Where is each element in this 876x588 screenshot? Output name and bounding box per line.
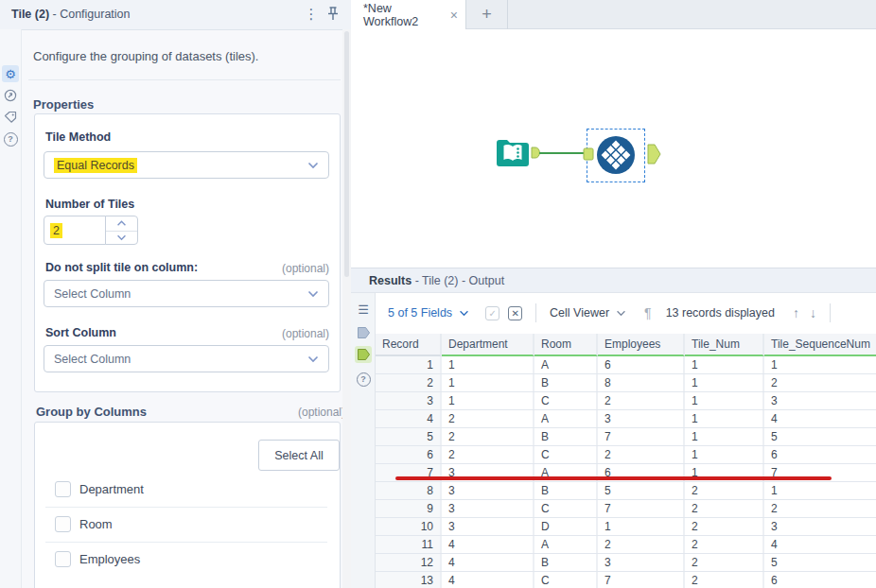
divider: [535, 303, 536, 322]
data-cell: 3: [598, 410, 685, 427]
whitespace-toggle-icon[interactable]: ¶: [644, 305, 652, 320]
data-cell: 5: [764, 554, 876, 571]
record-number-cell: 12: [376, 554, 442, 571]
navigation-icon[interactable]: [2, 87, 19, 104]
config-scrollbar-thumb[interactable]: [344, 31, 349, 277]
data-cell: 2: [442, 446, 534, 463]
data-cell: 2: [598, 392, 685, 409]
employees-checkbox[interactable]: [55, 551, 71, 567]
column-header-room[interactable]: Room: [534, 334, 598, 356]
table-row[interactable]: 83B521: [376, 482, 876, 500]
tile-method-select[interactable]: Equal Records: [44, 151, 329, 179]
sort-column-label: Sort Column: [45, 326, 116, 339]
cell-viewer-label: Cell Viewer: [550, 306, 609, 320]
input-anchor-icon[interactable]: [355, 324, 372, 341]
data-cell: B: [534, 374, 598, 391]
table-row[interactable]: 124B325: [376, 554, 876, 572]
input-anchor[interactable]: [583, 147, 594, 161]
table-row[interactable]: 134C726: [376, 572, 876, 588]
data-cell: B: [534, 482, 598, 499]
data-cell: A: [534, 536, 598, 553]
data-cell: 4: [442, 536, 534, 553]
close-icon[interactable]: ×: [450, 8, 458, 23]
data-cell: 7: [598, 572, 685, 588]
select-fields-icon[interactable]: ✓: [485, 306, 499, 320]
stepper-up-button[interactable]: [106, 216, 137, 232]
table-row[interactable]: 31C213: [376, 392, 876, 410]
table-row[interactable]: 114A224: [376, 536, 876, 554]
panel-title-suffix: - Configuration: [49, 8, 130, 21]
no-split-label: Do not split tile on column:: [45, 261, 198, 274]
tool-name: Tile (2): [11, 8, 49, 21]
data-cell: 1: [685, 374, 764, 391]
data-cell: 1: [685, 392, 764, 409]
number-of-tiles-value: 2: [50, 223, 62, 238]
column-header-tile_sequencenum[interactable]: Tile_SequenceNum: [764, 334, 876, 356]
groupby-row-employees[interactable]: Employees: [34, 542, 339, 576]
data-cell: 2: [598, 536, 685, 553]
table-row[interactable]: 103D123: [376, 518, 876, 536]
table-row[interactable]: 93C722: [376, 500, 876, 518]
up-arrow-icon[interactable]: ↑: [793, 305, 799, 320]
group-by-optional: (optional): [298, 406, 345, 419]
column-header-department[interactable]: Department: [442, 334, 534, 356]
new-tab-button[interactable]: +: [466, 0, 508, 29]
chevron-down-icon: [116, 234, 127, 241]
kebab-menu-icon[interactable]: ⋮: [303, 4, 320, 25]
tab-new-workflow2[interactable]: *New Workflow2 ×: [351, 0, 466, 29]
list-view-icon[interactable]: ☰: [355, 301, 372, 318]
output-anchor[interactable]: [647, 144, 661, 164]
text-input-tool[interactable]: [494, 134, 532, 172]
data-cell: 3: [442, 500, 534, 517]
table-row[interactable]: 21B812: [376, 374, 876, 392]
output-anchor-icon[interactable]: [355, 346, 372, 363]
results-title: Results - Tile (2) - Output: [369, 274, 504, 287]
number-of-tiles-input[interactable]: 2: [44, 216, 106, 245]
select-all-button[interactable]: Select All: [258, 440, 340, 471]
data-cell: 4: [442, 572, 534, 588]
groupby-row-room[interactable]: Room: [34, 507, 339, 541]
down-arrow-icon[interactable]: ↓: [810, 305, 816, 320]
groupby-row-department[interactable]: Department: [34, 472, 339, 506]
group-by-heading: Group by Columns: [36, 405, 147, 419]
pin-icon[interactable]: [325, 6, 342, 23]
gear-icon[interactable]: ⚙: [2, 65, 19, 82]
employees-label: Employees: [79, 552, 140, 566]
record-number-cell: 4: [376, 410, 442, 427]
deselect-fields-icon[interactable]: ✕: [508, 306, 522, 320]
connection-line[interactable]: [539, 152, 588, 154]
no-split-column-select[interactable]: Select Column: [44, 280, 329, 307]
data-cell: 3: [442, 482, 534, 499]
cell-viewer-button[interactable]: Cell Viewer: [550, 306, 626, 320]
column-header-tile_num[interactable]: Tile_Num: [685, 334, 764, 356]
number-of-tiles-stepper: 2: [44, 216, 138, 245]
data-cell: 6: [764, 446, 876, 463]
table-row[interactable]: 62C216: [376, 446, 876, 464]
chevron-down-icon: [459, 310, 469, 317]
record-number-cell: 9: [376, 500, 442, 517]
column-header-record[interactable]: Record: [376, 334, 442, 356]
number-of-tiles-label: Number of Tiles: [45, 198, 134, 211]
sort-column-select[interactable]: Select Column: [44, 345, 329, 372]
data-cell: 1: [764, 356, 876, 373]
data-cell: 3: [598, 554, 685, 571]
data-cell: 1: [442, 374, 534, 391]
no-split-value: Select Column: [54, 287, 131, 301]
tile-tool[interactable]: [595, 134, 637, 176]
record-number-cell: 8: [376, 482, 442, 499]
data-cell: 1: [685, 428, 764, 445]
column-header-employees[interactable]: Employees: [598, 334, 685, 356]
room-checkbox[interactable]: [55, 516, 71, 532]
table-row[interactable]: 52B715: [376, 428, 876, 446]
help-icon[interactable]: ?: [355, 371, 372, 388]
data-cell: 3: [764, 392, 876, 409]
chevron-up-icon: [116, 220, 127, 227]
help-icon[interactable]: ?: [2, 130, 19, 147]
tile-method-label: Tile Method: [45, 130, 111, 144]
department-checkbox[interactable]: [55, 481, 71, 497]
table-row[interactable]: 42A314: [376, 410, 876, 428]
tag-icon[interactable]: [2, 109, 19, 126]
table-row[interactable]: 11A611: [376, 356, 876, 374]
fields-filter-button[interactable]: 5 of 5 Fields: [388, 306, 469, 320]
stepper-down-button[interactable]: [106, 231, 137, 245]
